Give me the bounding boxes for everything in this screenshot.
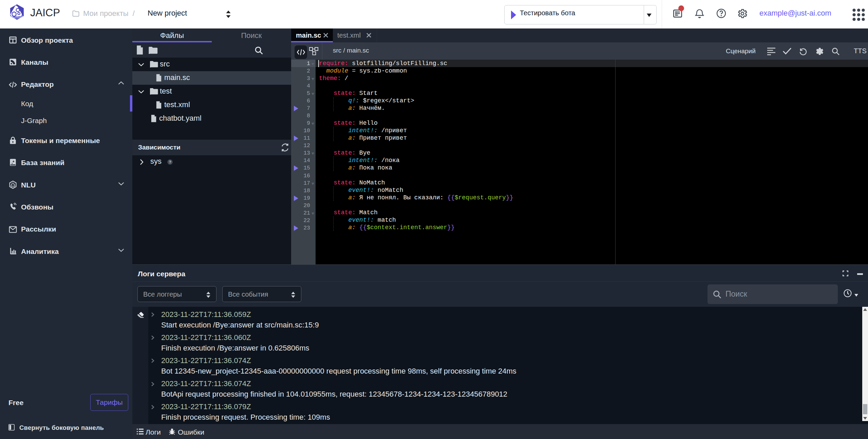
svg-text:?: ?: [169, 160, 171, 164]
